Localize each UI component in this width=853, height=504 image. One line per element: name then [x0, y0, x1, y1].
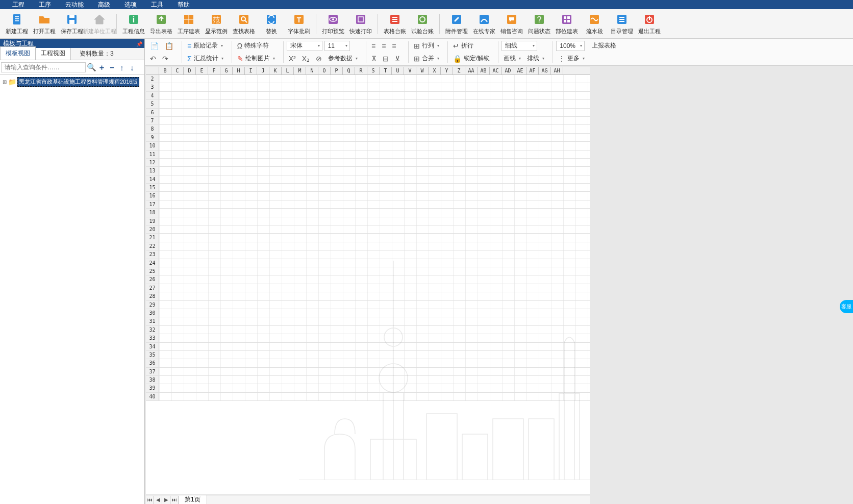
expand-icon[interactable]: ⊞ [2, 79, 7, 85]
row-header-19[interactable]: 19 [146, 217, 159, 225]
row-cells[interactable] [159, 92, 590, 99]
plus-icon[interactable]: ＋ [97, 63, 106, 72]
row-header-13[interactable]: 13 [146, 167, 159, 174]
row-cells[interactable] [159, 250, 590, 258]
strike-button[interactable]: ⊘ [314, 54, 324, 64]
row-cells[interactable] [159, 209, 590, 216]
row-cells[interactable] [159, 368, 590, 375]
font-brush-button[interactable]: T字体批刷 [285, 11, 313, 37]
row-cells[interactable] [159, 184, 590, 191]
row-header-32[interactable]: 32 [146, 326, 159, 334]
find-table-button[interactable]: 查找表格 [230, 11, 258, 37]
col-header-Z[interactable]: Z [453, 67, 465, 74]
show-sample-button[interactable]: 范显示范例 [203, 11, 230, 37]
menu-item-工序[interactable]: 工序 [32, 1, 58, 9]
dir-mgr-button[interactable]: 目录管理 [608, 11, 636, 37]
new-project-button[interactable]: 新建工程 [3, 11, 31, 37]
row-header-9[interactable]: 9 [146, 134, 159, 141]
row-header-17[interactable]: 17 [146, 200, 159, 208]
size-select[interactable]: 11 [324, 41, 350, 51]
row-cells[interactable] [159, 393, 590, 400]
col-header-K[interactable]: K [269, 67, 282, 74]
undo-button[interactable]: ↶ [148, 54, 158, 64]
row-header-4[interactable]: 4 [146, 92, 159, 99]
minus-icon[interactable]: － [107, 63, 116, 72]
redo-button[interactable]: ↷ [160, 54, 170, 64]
row-cells[interactable] [159, 150, 590, 158]
col-header-T[interactable]: T [380, 67, 392, 74]
col-header-S[interactable]: S [367, 67, 380, 74]
col-header-R[interactable]: R [355, 67, 367, 74]
next-page-button[interactable]: ▶ [162, 496, 170, 504]
row-cells[interactable] [159, 309, 590, 317]
row-header-25[interactable]: 25 [146, 267, 159, 275]
more-button[interactable]: ⋮更多 [556, 54, 587, 64]
row-cells[interactable] [159, 142, 590, 149]
menu-item-选项[interactable]: 选项 [117, 1, 144, 9]
col-header-AF[interactable]: AF [526, 67, 539, 74]
row-header-37[interactable]: 37 [146, 368, 159, 375]
row-header-6[interactable]: 6 [146, 109, 159, 116]
row-cells[interactable] [159, 359, 590, 367]
col-header-M[interactable]: M [294, 67, 306, 74]
row-cells[interactable] [159, 125, 590, 133]
copy-button[interactable]: 📄 [148, 41, 161, 51]
row-header-24[interactable]: 24 [146, 259, 159, 267]
down-icon[interactable]: ↓ [128, 63, 137, 72]
service-float-button[interactable]: 客服 [840, 300, 853, 313]
row-cells[interactable] [159, 134, 590, 141]
row-cells[interactable] [159, 200, 590, 208]
col-header-O[interactable]: O [318, 67, 331, 74]
row-header-11[interactable]: 11 [146, 150, 159, 158]
row-cells[interactable] [159, 275, 590, 283]
col-header-D[interactable]: D [184, 67, 196, 74]
row-header-35[interactable]: 35 [146, 351, 159, 359]
first-page-button[interactable]: ⏮ [146, 496, 154, 504]
col-header-AC[interactable]: AC [490, 67, 502, 74]
row-header-16[interactable]: 16 [146, 192, 159, 199]
sales-button[interactable]: 销售咨询 [498, 11, 525, 37]
col-header-N[interactable]: N [306, 67, 318, 74]
row-header-12[interactable]: 12 [146, 159, 159, 166]
col-header-Q[interactable]: Q [343, 67, 355, 74]
special-char-button[interactable]: Ω特殊字符 [235, 41, 271, 51]
col-header-AB[interactable]: AB [478, 67, 490, 74]
row-header-26[interactable]: 26 [146, 275, 159, 283]
row-header-8[interactable]: 8 [146, 125, 159, 133]
col-header-AG[interactable]: AG [539, 67, 551, 74]
row-cells[interactable] [159, 259, 590, 267]
corner-cell[interactable] [146, 67, 159, 74]
col-header-AE[interactable]: AE [514, 67, 526, 74]
water-section-button[interactable]: 流水段 [581, 11, 608, 37]
col-header-Y[interactable]: Y [441, 67, 453, 74]
row-header-14[interactable]: 14 [146, 175, 159, 183]
border-select[interactable]: 细线 [501, 41, 537, 51]
project-info-button[interactable]: i工程信息 [120, 11, 147, 37]
row-header-3[interactable]: 3 [146, 83, 159, 91]
col-header-H[interactable]: H [233, 67, 245, 74]
row-cells[interactable] [159, 192, 590, 199]
row-header-20[interactable]: 20 [146, 225, 159, 233]
open-project-button[interactable]: 打开工程 [31, 11, 58, 37]
lock-button[interactable]: 🔒锁定/解锁 [451, 54, 492, 64]
ref-data-button[interactable]: 参考数据 [326, 54, 360, 64]
exit-project-button[interactable]: 退出工程 [636, 11, 663, 37]
col-header-G[interactable]: G [220, 67, 233, 74]
row-header-36[interactable]: 36 [146, 359, 159, 367]
row-header-28[interactable]: 28 [146, 292, 159, 300]
row-header-5[interactable]: 5 [146, 100, 159, 108]
quick-print-button[interactable]: 快速打印 [347, 11, 374, 37]
tree-root-item[interactable]: ⊞ 📁 黑龙江省市政基础设施工程资料管理规程2016版 [2, 77, 142, 87]
col-header-X[interactable]: X [429, 67, 441, 74]
merge-button[interactable]: ⊞合并 [412, 54, 441, 64]
row-header-34[interactable]: 34 [146, 343, 159, 350]
wrap-button[interactable]: ↵折行 [451, 41, 475, 51]
row-cells[interactable] [159, 100, 590, 108]
superscript-button[interactable]: X² [287, 54, 298, 64]
row-header-21[interactable]: 21 [146, 234, 159, 241]
row-cells[interactable] [159, 75, 590, 83]
test-ledger-button[interactable]: 试验台账 [409, 11, 436, 37]
row-col-button[interactable]: ⊞行列 [412, 41, 441, 51]
col-header-B[interactable]: B [159, 67, 171, 74]
row-cells[interactable] [159, 217, 590, 225]
